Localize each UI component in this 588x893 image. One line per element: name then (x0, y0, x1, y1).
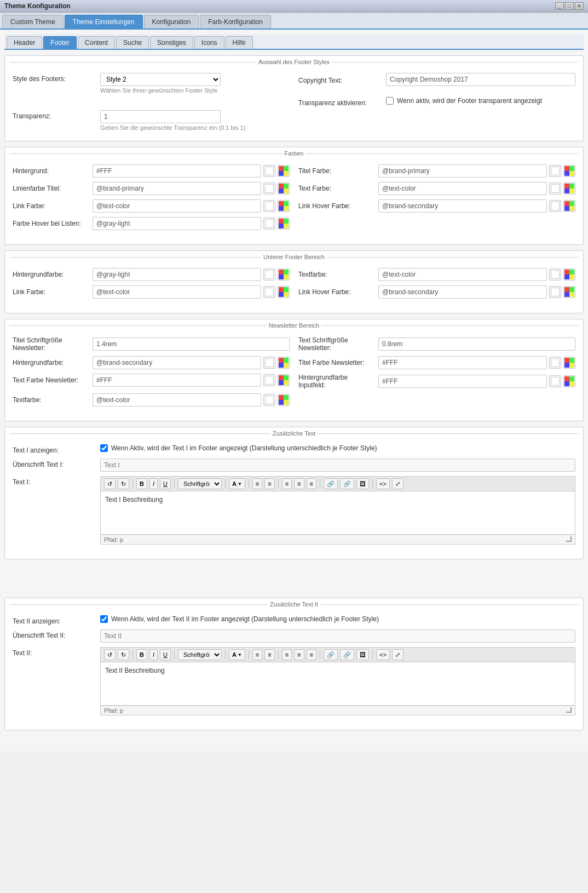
farben-textfarbe-color-btn[interactable] (563, 182, 575, 194)
zt1-link-btn[interactable]: 🔗 (324, 478, 338, 489)
zt1-underline-btn[interactable]: U (160, 478, 171, 489)
nl-input-bg-blank-btn[interactable] (549, 375, 561, 387)
uf-hintergrund-input[interactable] (93, 268, 261, 281)
zt2-list-ol-btn[interactable]: ≡ (264, 649, 274, 660)
transparenz-input[interactable] (100, 110, 221, 123)
farben-linienfarbe-color-btn[interactable] (278, 182, 290, 194)
uf-textfarbe-color-btn[interactable] (563, 268, 575, 281)
uf-textfarbe-blank-btn[interactable] (549, 268, 561, 281)
zt2-bold-btn[interactable]: B (136, 649, 147, 660)
zt1-source-btn[interactable]: <> (376, 478, 390, 489)
tab-theme-einstellungen[interactable]: Theme Einstellungen (65, 15, 143, 28)
sub-tab-footer[interactable]: Footer (43, 36, 77, 49)
zt1-unlink-btn[interactable]: 🔗 (340, 478, 354, 489)
farben-hintergrund-blank-btn[interactable] (263, 165, 275, 177)
zt2-fullscreen-btn[interactable]: ⤢ (392, 649, 403, 660)
nl-input-bg-color-btn[interactable] (563, 375, 575, 387)
farben-hintergrund-color-btn[interactable] (278, 165, 290, 177)
uf-link-hover-input[interactable] (378, 285, 547, 299)
uf-link-blank-btn[interactable] (263, 286, 275, 298)
zt1-bold-btn[interactable]: B (136, 478, 147, 489)
farben-hintergrund-input[interactable] (93, 164, 261, 178)
zt1-list-ul-btn[interactable]: ≡ (252, 478, 262, 489)
nl-titel-size-input[interactable] (93, 337, 290, 351)
farben-titel-color-btn[interactable] (563, 165, 575, 177)
farben-link-hover-blank-btn[interactable] (549, 200, 561, 212)
zt2-unlink-btn[interactable]: 🔗 (340, 649, 354, 660)
zt1-show-checkbox[interactable] (100, 444, 108, 452)
zt1-fontcolor-btn[interactable]: A ▼ (229, 478, 245, 489)
nl-titel-farbe-blank-btn[interactable] (549, 357, 561, 369)
farben-linienfarbe-blank-btn[interactable] (263, 182, 275, 194)
farben-hover-listen-color-btn[interactable] (278, 217, 290, 230)
farben-link-hover-input[interactable] (378, 199, 547, 213)
zt1-italic-btn[interactable]: I (149, 478, 158, 489)
close-button[interactable]: ✕ (575, 2, 584, 10)
restore-button[interactable]: □ (565, 2, 574, 10)
zt2-italic-btn[interactable]: I (149, 649, 158, 660)
zt1-undo-btn[interactable]: ↺ (104, 478, 116, 489)
zt2-link-btn[interactable]: 🔗 (324, 649, 338, 660)
zt1-resize-handle[interactable] (566, 536, 572, 542)
nl-titel-farbe-color-btn[interactable] (563, 357, 575, 369)
tab-konfiguration[interactable]: Konfiguration (144, 15, 199, 28)
zt2-undo-btn[interactable]: ↺ (104, 649, 116, 660)
zt2-fontcolor-btn[interactable]: A ▼ (229, 649, 245, 660)
sub-tab-icons[interactable]: Icons (194, 36, 224, 49)
zt2-editor-body[interactable]: Text II Beschreibung (100, 662, 575, 706)
farben-hover-listen-blank-btn[interactable] (263, 217, 275, 230)
farben-textfarbe-input[interactable] (378, 182, 547, 195)
farben-titel-input[interactable] (378, 164, 547, 178)
nl-titel-farbe-input[interactable] (378, 356, 547, 369)
zt2-source-btn[interactable]: <> (376, 649, 390, 660)
nl-text-farbe-input[interactable] (93, 374, 261, 387)
nl-textfarbe-input[interactable] (93, 393, 261, 407)
nl-text-farbe-blank-btn[interactable] (263, 374, 275, 386)
zt1-redo-btn[interactable]: ↻ (118, 478, 129, 489)
zt2-image-btn[interactable]: 🖼 (356, 649, 369, 660)
zt1-fullscreen-btn[interactable]: ⤢ (392, 478, 403, 489)
nl-textfarbe-color-btn[interactable] (278, 394, 290, 406)
nl-text-farbe-color-btn[interactable] (278, 374, 290, 386)
uf-hintergrund-color-btn[interactable] (278, 268, 290, 281)
nl-hintergrund-input[interactable] (93, 356, 261, 369)
zt2-underline-btn[interactable]: U (160, 649, 171, 660)
zt1-image-btn[interactable]: 🖼 (356, 478, 369, 489)
uf-textfarbe-input[interactable] (378, 268, 547, 281)
tab-farb-konfiguration[interactable]: Farb-Konfiguration (200, 15, 270, 28)
zt1-align-right-btn[interactable]: ≡ (307, 478, 316, 489)
zt1-editor-body[interactable]: Text I Beschreibung (100, 491, 575, 535)
sub-tab-sonstiges[interactable]: Sonstiges (150, 36, 193, 49)
zt1-align-left-btn[interactable]: ≡ (282, 478, 292, 489)
nl-hintergrund-blank-btn[interactable] (263, 357, 275, 369)
sub-tab-content[interactable]: Content (78, 36, 115, 49)
transparenz-aktivieren-checkbox[interactable] (386, 97, 394, 105)
tab-custom-theme[interactable]: Custom Theme (2, 15, 64, 28)
zt2-resize-handle[interactable] (566, 707, 572, 713)
sub-tab-hilfe[interactable]: Hilfe (226, 36, 253, 49)
uf-link-hover-blank-btn[interactable] (549, 286, 561, 298)
farben-link-hover-color-btn[interactable] (563, 200, 575, 212)
sub-tab-header[interactable]: Header (7, 36, 42, 49)
minimize-button[interactable]: _ (555, 2, 564, 10)
farben-link-color-btn[interactable] (278, 200, 290, 212)
zt2-list-ul-btn[interactable]: ≡ (252, 649, 262, 660)
uf-hintergrund-blank-btn[interactable] (263, 268, 275, 281)
farben-titel-blank-btn[interactable] (549, 165, 561, 177)
sub-tab-suche[interactable]: Suche (116, 36, 149, 49)
zt2-align-right-btn[interactable]: ≡ (307, 649, 316, 660)
zt2-align-center-btn[interactable]: ≡ (294, 649, 304, 660)
farben-link-input[interactable] (93, 199, 261, 213)
farben-linienfarbe-input[interactable] (93, 182, 261, 195)
farben-hover-listen-input[interactable] (93, 217, 261, 230)
uf-link-hover-color-btn[interactable] (563, 286, 575, 298)
uf-link-input[interactable] (93, 285, 261, 299)
footer-style-select[interactable]: Style 2 (100, 73, 221, 86)
zt1-heading-input[interactable] (100, 459, 575, 472)
farben-link-blank-btn[interactable] (263, 200, 275, 212)
zt2-align-left-btn[interactable]: ≡ (282, 649, 292, 660)
zt2-fontsize-select[interactable]: Schriftgröße (178, 649, 222, 660)
nl-input-bg-input[interactable] (378, 375, 547, 388)
zt1-list-ol-btn[interactable]: ≡ (264, 478, 274, 489)
zt2-redo-btn[interactable]: ↻ (118, 649, 129, 660)
